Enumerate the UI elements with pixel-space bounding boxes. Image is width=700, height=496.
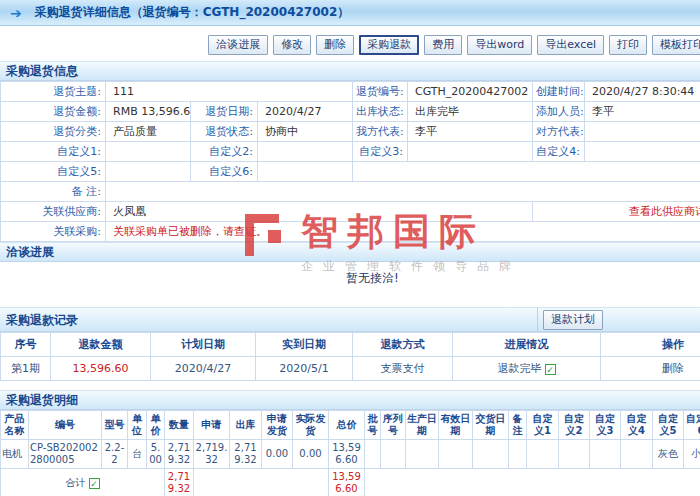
- table-cell: 关联供应商:: [1, 202, 106, 222]
- table-cell: 退款完毕✓: [453, 357, 601, 381]
- template-print-button[interactable]: 模板打印: [652, 35, 700, 55]
- table-cell: 2,719.32: [230, 440, 262, 469]
- table-cell: 自定义4:: [533, 142, 585, 162]
- expense-button[interactable]: 费用: [424, 35, 462, 55]
- table-cell: 2.2-2: [102, 440, 128, 469]
- arrow-icon: ➔: [10, 5, 22, 21]
- table-cell: [258, 162, 353, 182]
- table-cell: 自定义2:: [191, 142, 258, 162]
- refund-section-title: 采购退款记录: [6, 313, 78, 327]
- column-header: 申请发货: [262, 411, 293, 440]
- table-cell: [365, 469, 700, 496]
- table-cell: [106, 142, 191, 162]
- purchase-refund-button[interactable]: 采购退款: [359, 35, 419, 55]
- table-cell: [365, 440, 381, 469]
- table-cell: 5.00: [147, 440, 165, 469]
- toolbar: 洽谈进展修改删除采购退款费用导出word导出excel打印模板打印: [0, 26, 700, 61]
- table-cell: 2020/4/27: [151, 357, 256, 381]
- table-cell: CGTH_20200427002: [408, 82, 533, 102]
- table-cell: 关联采购:: [1, 222, 106, 242]
- table-cell: 自定义3:: [353, 142, 408, 162]
- table-cell: 退货金额:: [1, 102, 106, 122]
- table-cell: [590, 440, 621, 469]
- section-header-return-info: 采购退货信息: [0, 61, 700, 81]
- view-supplier-link[interactable]: 查看此供应商详细信息: [533, 202, 700, 222]
- table-cell: 2,719.32: [165, 469, 194, 496]
- column-header: 退款金额: [51, 333, 151, 357]
- table-cell: 2020/4/27 8:30:44: [585, 82, 700, 102]
- table-cell: 我方代表:: [353, 122, 408, 142]
- table-cell: [473, 440, 509, 469]
- table-cell: 2020/5/1: [256, 357, 353, 381]
- table-cell: 添加人员:: [533, 102, 585, 122]
- table-cell: 电机: [1, 440, 29, 469]
- column-header: 操作: [601, 333, 700, 357]
- checked-checkbox-icon: ✓: [89, 478, 100, 489]
- table-cell: 自定义6:: [191, 162, 258, 182]
- column-header: 交货日期: [473, 411, 509, 440]
- table-cell: 2,719.32: [165, 440, 194, 469]
- table-cell: 合计✓: [1, 469, 165, 496]
- table-cell: 111: [106, 82, 353, 102]
- table-cell: 0.00: [262, 440, 293, 469]
- column-header: 退款方式: [353, 333, 453, 357]
- refund-plan-button[interactable]: 退款计划: [543, 310, 603, 330]
- table-cell: 13,596.60: [51, 357, 151, 381]
- table-cell: 出库状态:: [353, 102, 408, 122]
- table-cell: 出库完毕: [408, 102, 533, 122]
- column-header: 序列号: [381, 411, 406, 440]
- column-header: 总价: [329, 411, 365, 440]
- modify-button[interactable]: 修改: [273, 35, 311, 55]
- table-cell: [585, 142, 700, 162]
- table-cell: CP-SB2020022800005: [29, 440, 102, 469]
- table-cell: [106, 182, 700, 202]
- table-cell: 台: [128, 440, 147, 469]
- column-header: 自定义1: [527, 411, 559, 440]
- table-cell: 小码: [684, 440, 700, 469]
- table-cell: 退货状态:: [191, 122, 258, 142]
- purchase-return-detail-page: ➔ 采购退货详细信息（退货编号：CGTH_20200427002） 洽谈进展修改…: [0, 0, 700, 496]
- table-cell: [509, 440, 527, 469]
- column-header: 生产日期: [406, 411, 439, 440]
- table-cell: [406, 440, 439, 469]
- table-cell: [106, 162, 191, 182]
- table-cell: 13,596.60: [329, 469, 365, 496]
- divider: [537, 308, 538, 331]
- section-header-return-detail: 采购退货明细: [0, 390, 700, 410]
- table-cell: 退货分类:: [1, 122, 106, 142]
- table-cell: 李平: [585, 102, 700, 122]
- table-cell: 13,596.60: [329, 440, 365, 469]
- column-header: 型号: [102, 411, 128, 440]
- column-header: 有效日期: [439, 411, 473, 440]
- export-word-button[interactable]: 导出word: [467, 35, 532, 55]
- table-cell: 2020/4/27: [258, 102, 353, 122]
- table-cell: 退货主题:: [1, 82, 106, 102]
- column-header: 实到日期: [256, 333, 353, 357]
- table-cell: 李平: [408, 122, 533, 142]
- column-header: 批号: [365, 411, 381, 440]
- table-cell: [194, 469, 329, 496]
- column-header: 自定义5: [653, 411, 684, 440]
- column-header: 备注: [509, 411, 527, 440]
- column-header: 编号: [29, 411, 102, 440]
- column-header: 产品名称: [1, 411, 29, 440]
- table-cell: [585, 122, 700, 142]
- column-header: 单价: [147, 411, 165, 440]
- table-cell: 灰色: [653, 440, 684, 469]
- export-excel-button[interactable]: 导出excel: [537, 35, 604, 55]
- table-cell: 产品质量: [106, 122, 191, 142]
- table-cell: 自定义1:: [1, 142, 106, 162]
- table-cell: 2,719.32: [194, 440, 230, 469]
- column-header: 序号: [1, 333, 51, 357]
- delete-button[interactable]: 删除: [316, 35, 354, 55]
- table-cell: [381, 440, 406, 469]
- print-button[interactable]: 打印: [609, 35, 647, 55]
- table-cell: 自定义5:: [1, 162, 106, 182]
- delete-refund-link[interactable]: 删除: [601, 357, 700, 381]
- no-negotiation-text: 暂无接洽!: [0, 262, 700, 298]
- table-cell: 支票支付: [353, 357, 453, 381]
- negotiation-progress-button[interactable]: 洽谈进展: [208, 35, 268, 55]
- table-cell: 退货编号:: [353, 82, 408, 102]
- table-cell: [258, 142, 353, 162]
- column-header: 申请: [194, 411, 230, 440]
